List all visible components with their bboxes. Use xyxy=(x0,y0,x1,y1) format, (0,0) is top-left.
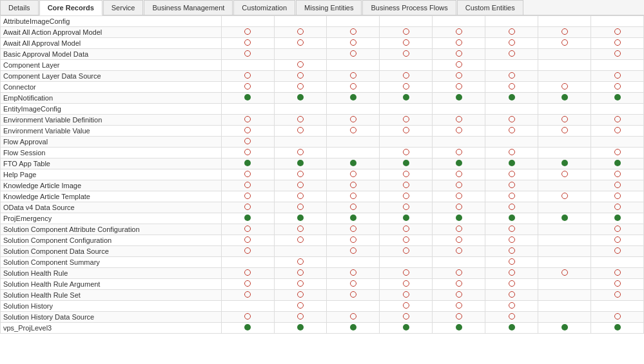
empty-circle-icon xyxy=(509,83,515,90)
cell-col5 xyxy=(485,246,538,257)
cell-col0 xyxy=(221,38,274,49)
filled-circle-icon xyxy=(614,215,621,221)
empty-circle-icon xyxy=(614,280,621,287)
row-name: Solution Component Attribute Configurati… xyxy=(1,224,222,235)
cell-col6 xyxy=(538,169,591,180)
empty-circle-icon xyxy=(244,280,251,287)
empty-circle-icon xyxy=(509,72,515,79)
empty-circle-icon xyxy=(244,83,251,90)
cell-col0 xyxy=(221,279,274,290)
blank-cell xyxy=(561,61,568,68)
cell-col3 xyxy=(380,224,433,235)
cell-col7 xyxy=(591,180,644,191)
cell-col1 xyxy=(274,235,327,246)
cell-col1 xyxy=(274,301,327,312)
row-name: Environment Variable Definition xyxy=(1,115,222,126)
cell-col0 xyxy=(221,323,274,334)
filled-circle-icon xyxy=(561,215,568,221)
blank-cell xyxy=(350,302,356,309)
cell-col5 xyxy=(485,213,538,224)
tab-service[interactable]: Service xyxy=(103,0,144,15)
cell-col6 xyxy=(538,191,591,202)
cell-col3 xyxy=(380,49,433,60)
cell-col7 xyxy=(591,148,644,158)
cell-col3 xyxy=(380,38,433,49)
filled-circle-icon xyxy=(297,215,304,221)
cell-col7 xyxy=(591,301,644,312)
blank-cell xyxy=(561,236,568,243)
empty-circle-icon xyxy=(350,236,356,243)
blank-cell xyxy=(403,105,409,111)
tab-details[interactable]: Details xyxy=(0,0,39,15)
table-container[interactable]: AttributeImageConfigAwait All Action App… xyxy=(0,15,644,361)
cell-col0 xyxy=(221,158,274,169)
cell-col4 xyxy=(433,257,485,268)
empty-circle-icon xyxy=(244,28,251,35)
cell-col5 xyxy=(485,82,538,93)
filled-circle-icon xyxy=(297,94,304,101)
cell-col1 xyxy=(274,60,327,71)
cell-col6 xyxy=(538,60,591,71)
tab-customization[interactable]: Customization xyxy=(233,0,295,15)
cell-col4 xyxy=(433,126,485,137)
table-row: Solution History Data Source xyxy=(1,312,644,323)
empty-circle-icon xyxy=(456,204,462,210)
empty-circle-icon xyxy=(297,302,304,309)
blank-cell xyxy=(509,105,515,111)
row-name: vps_ProjLevel3 xyxy=(1,323,222,334)
empty-circle-icon xyxy=(403,291,409,298)
cell-col2 xyxy=(327,213,380,224)
filled-circle-icon xyxy=(244,324,251,330)
empty-circle-icon xyxy=(456,61,462,68)
blank-cell xyxy=(244,258,251,265)
row-name: Solution Component Configuration xyxy=(1,235,222,246)
cell-col4 xyxy=(433,202,485,213)
empty-circle-icon xyxy=(350,280,356,287)
table-row: EntityImageConfig xyxy=(1,104,644,115)
table-row: Solution Health Rule xyxy=(1,268,644,279)
cell-col5 xyxy=(485,93,538,104)
cell-col5 xyxy=(485,224,538,235)
cell-col0 xyxy=(221,312,274,323)
cell-col3 xyxy=(380,126,433,137)
blank-cell xyxy=(350,61,356,68)
cell-col3 xyxy=(380,213,433,224)
empty-circle-icon xyxy=(456,149,462,155)
empty-circle-icon xyxy=(509,247,515,254)
empty-circle-icon xyxy=(244,50,251,57)
tab-business-process-flows[interactable]: Business Process Flows xyxy=(362,0,456,15)
empty-circle-icon xyxy=(297,182,304,188)
cell-col0 xyxy=(221,16,274,27)
cell-col3 xyxy=(380,16,433,27)
tab-custom-entities[interactable]: Custom Entities xyxy=(457,0,523,15)
empty-circle-icon xyxy=(403,171,409,177)
table-row: AttributeImageConfig xyxy=(1,16,644,27)
cell-col5 xyxy=(485,71,538,82)
cell-col4 xyxy=(433,16,485,27)
filled-circle-icon xyxy=(509,94,515,101)
empty-circle-icon xyxy=(561,171,568,177)
cell-col1 xyxy=(274,93,327,104)
blank-cell xyxy=(614,258,621,265)
empty-circle-icon xyxy=(614,236,621,243)
cell-col3 xyxy=(380,279,433,290)
empty-circle-icon xyxy=(244,171,251,177)
blank-cell xyxy=(561,105,568,111)
cell-col5 xyxy=(485,126,538,137)
blank-cell xyxy=(297,105,304,111)
empty-circle-icon xyxy=(509,193,515,199)
blank-cell xyxy=(561,302,568,309)
cell-col6 xyxy=(538,148,591,158)
filled-circle-icon xyxy=(456,324,462,330)
empty-circle-icon xyxy=(403,28,409,35)
row-name: ProjEmergency xyxy=(1,213,222,224)
tab-missing-entities[interactable]: Missing Entities xyxy=(296,0,362,15)
blank-cell xyxy=(244,17,251,24)
tab-core-records[interactable]: Core Records xyxy=(39,0,102,15)
empty-circle-icon xyxy=(614,116,621,122)
cell-col0 xyxy=(221,235,274,246)
tab-business-management[interactable]: Business Management xyxy=(144,0,233,15)
table-row: EmpNotification xyxy=(1,93,644,104)
cell-col7 xyxy=(591,279,644,290)
row-name: Knowledge Article Template xyxy=(1,191,222,202)
